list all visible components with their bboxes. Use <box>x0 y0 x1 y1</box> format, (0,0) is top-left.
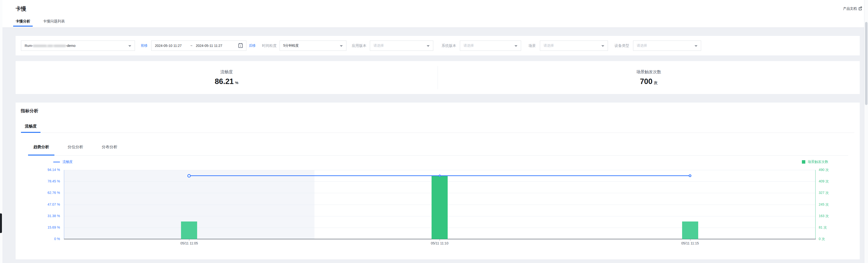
line-data-point[interactable] <box>439 175 441 177</box>
bar-scene-trigger-count[interactable] <box>181 222 197 239</box>
project-name-suffix: -demo <box>66 44 75 48</box>
kpi-title: 流畅度 <box>220 69 233 75</box>
project-name-redacted: xxxxxxxx.xxx-xxxxxxx <box>33 44 66 48</box>
legend-label: 场景触发次数 <box>808 160 828 164</box>
right-axis-tick-label: 327 次 <box>819 191 850 195</box>
chevron-down-icon <box>427 45 430 47</box>
tab-trend-analysis[interactable]: 趋势分析 <box>28 141 54 155</box>
header: 卡慢 卡慢分析 卡慢问题列表 产品文档 <box>0 0 868 28</box>
trend-chart[interactable]: 流畅度 场景触发次数 94.14 %490 次78.45 %409 次62.76… <box>0 156 868 254</box>
granularity-value: 5分钟粒度 <box>283 43 299 48</box>
main-tabs: 卡慢分析 卡慢问题列表 <box>13 18 75 27</box>
date-start: 2024-05-10 11:27 <box>155 44 182 48</box>
date-separator: ~ <box>190 44 192 48</box>
date-range-picker[interactable]: 2024-05-10 11:27 ~ 2024-05-11 11:27 <box>151 40 246 51</box>
tab-stuck-issue-list[interactable]: 卡慢问题列表 <box>40 18 67 27</box>
project-select[interactable]: Rum- xxxxxxxx.xxx-xxxxxxx -demo <box>21 40 135 51</box>
left-edge-scroll-handle[interactable] <box>0 213 2 233</box>
right-axis-tick-label: 409 次 <box>819 179 850 184</box>
bar-scene-trigger-count[interactable] <box>682 222 698 239</box>
date-end: 2024-05-11 11:27 <box>196 44 222 48</box>
line-data-point[interactable] <box>689 174 691 177</box>
scene-placeholder: 请选择 <box>544 43 554 48</box>
left-axis-tick-label: 0 % <box>28 237 60 241</box>
section-title: 指标分析 <box>21 108 38 114</box>
scene-label: 场景 <box>528 43 536 48</box>
x-axis-label: 05/11 11:10 <box>415 241 464 245</box>
left-axis-tick-label: 94.14 % <box>28 168 60 172</box>
browser-left-strip <box>0 0 2 263</box>
bar-scene-trigger-count[interactable] <box>432 176 448 239</box>
scrollbar-thumb[interactable] <box>865 22 868 105</box>
product-doc-label: 产品文档 <box>843 7 857 11</box>
left-axis-tick-label: 78.45 % <box>28 179 60 183</box>
tab-smoothness[interactable]: 流畅度 <box>21 121 40 133</box>
os-version-select[interactable]: 请选择 <box>460 40 521 51</box>
kpi-smoothness: 流畅度 86.21 % <box>16 61 438 94</box>
granularity-select[interactable]: 5分钟粒度 <box>280 40 346 51</box>
os-version-label: 系统版本 <box>441 43 456 48</box>
filter-bar: Rum- xxxxxxxx.xxx-xxxxxxx -demo 前移 2024-… <box>16 36 860 55</box>
product-doc-link[interactable]: 产品文档 <box>843 6 862 11</box>
sub-tab-row: 趋势分析 分位分析 分布分析 <box>28 141 848 155</box>
right-axis-tick-label: 81 次 <box>819 225 850 230</box>
kpi-scene-trigger-count: 场景触发次数 700 次 <box>438 61 860 94</box>
page-root: 卡慢 卡慢分析 卡慢问题列表 产品文档 Rum- xxxxxxxx.xxx-xx… <box>0 0 868 263</box>
chevron-down-icon <box>128 45 131 47</box>
page-title: 卡慢 <box>16 5 26 12</box>
x-axis-label: 05/11 11:15 <box>666 241 715 245</box>
scene-select[interactable]: 请选择 <box>540 40 608 51</box>
device-type-select[interactable]: 请选择 <box>633 40 701 51</box>
project-name-prefix: Rum- <box>25 44 33 48</box>
page-scrollbar[interactable] <box>864 0 868 263</box>
right-axis-tick-label: 0 次 <box>819 237 850 241</box>
shift-back-link[interactable]: 前移 <box>141 43 148 48</box>
granularity-label: 时间粒度 <box>262 43 277 48</box>
x-axis-tick <box>690 239 690 241</box>
app-version-select[interactable]: 请选择 <box>370 40 433 51</box>
left-axis-tick-label: 31.38 % <box>28 214 60 218</box>
kpi-value: 700 <box>640 77 653 86</box>
chevron-down-icon <box>515 45 518 47</box>
left-axis-tick-label: 47.07 % <box>28 202 60 206</box>
app-version-placeholder: 请选择 <box>373 43 384 48</box>
shift-forward-link[interactable]: 后移 <box>249 43 256 48</box>
legend-smoothness[interactable]: 流畅度 <box>53 160 73 164</box>
x-axis-label: 05/11 11:05 <box>165 241 214 245</box>
tab-percentile-analysis[interactable]: 分位分析 <box>62 141 89 155</box>
legend-label: 流畅度 <box>62 160 73 164</box>
trend-line-segment <box>440 175 690 176</box>
kpi-card-row: 流畅度 86.21 % 场景触发次数 700 次 <box>16 61 860 94</box>
line-legend-icon <box>53 162 60 163</box>
kpi-title: 场景触发次数 <box>636 69 661 75</box>
device-type-placeholder: 请选择 <box>637 43 647 48</box>
right-axis-tick-label: 490 次 <box>819 168 850 172</box>
external-link-icon <box>858 6 862 11</box>
tab-distribution-analysis[interactable]: 分布分析 <box>96 141 123 155</box>
legend-scene-trigger[interactable]: 场景触发次数 <box>802 160 828 164</box>
chevron-down-icon <box>694 45 698 47</box>
device-type-label: 设备类型 <box>615 43 629 48</box>
right-axis-tick-label: 163 次 <box>819 214 850 218</box>
metric-tab-row: 流畅度 <box>21 121 854 133</box>
grid-line <box>64 170 815 170</box>
app-version-label: 应用版本 <box>352 43 366 48</box>
tab-stuck-analysis[interactable]: 卡慢分析 <box>13 18 33 27</box>
trend-line-segment <box>189 175 440 176</box>
x-axis-tick <box>189 239 189 241</box>
chevron-down-icon <box>340 45 343 47</box>
kpi-unit: 次 <box>654 81 658 85</box>
left-axis-tick-label: 15.69 % <box>28 225 60 229</box>
os-version-placeholder: 请选择 <box>464 43 474 48</box>
bar-legend-icon <box>802 160 805 164</box>
kpi-value: 86.21 <box>215 77 234 86</box>
chevron-down-icon <box>601 45 604 47</box>
right-axis-tick-label: 245 次 <box>819 202 850 207</box>
kpi-unit: % <box>235 81 238 85</box>
left-axis-tick-label: 62.76 % <box>28 191 60 195</box>
calendar-icon <box>238 43 243 49</box>
